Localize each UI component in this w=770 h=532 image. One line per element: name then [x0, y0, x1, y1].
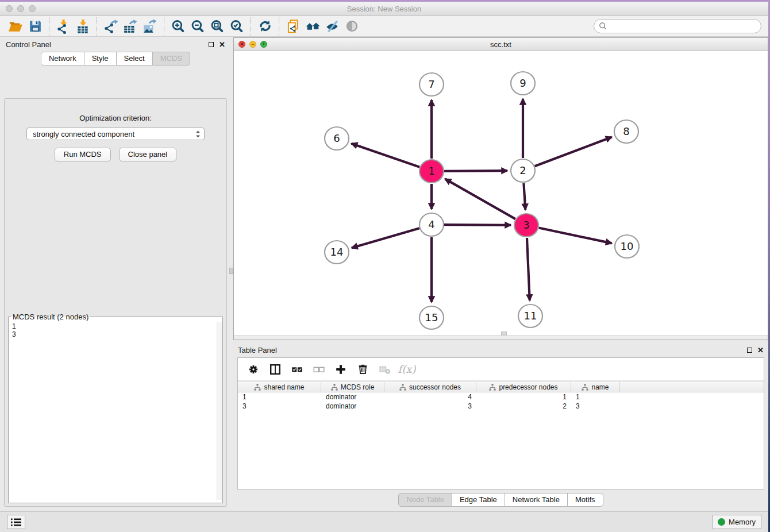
node-1[interactable]: 1	[419, 160, 444, 183]
column-header-name[interactable]: name	[571, 382, 620, 392]
node-15[interactable]: 15	[419, 306, 444, 329]
criterion-select[interactable]: strongly connected component	[26, 128, 205, 140]
network-window-grip[interactable]	[501, 331, 507, 336]
cell-shared-name[interactable]: 1	[238, 393, 321, 401]
edge-4-14[interactable]	[352, 228, 419, 248]
tab-style[interactable]: Style	[84, 52, 117, 65]
close-panel-button[interactable]: Close panel	[119, 148, 177, 161]
cell-successor-nodes[interactable]: 4	[384, 393, 476, 401]
clone-network-icon[interactable]	[283, 18, 303, 35]
import-table-icon[interactable]	[73, 18, 93, 35]
network-graph[interactable]: 7968124314101511	[234, 51, 768, 336]
node-7[interactable]: 7	[419, 73, 444, 96]
bird-eye-view-icon[interactable]	[342, 18, 361, 35]
edge-2-3[interactable]	[523, 183, 525, 210]
table-row[interactable]: 1dominator411	[238, 392, 764, 402]
node-9[interactable]: 9	[511, 72, 535, 95]
tab-network-table[interactable]: Network Table	[505, 493, 568, 507]
tab-network[interactable]: Network	[41, 52, 84, 65]
cell-MCDS-role[interactable]: dominator	[321, 393, 384, 401]
search-box[interactable]	[594, 19, 761, 33]
zoom-selected-icon[interactable]	[227, 18, 247, 35]
select-all-columns-icon[interactable]	[287, 360, 307, 379]
edge-3-1[interactable]	[445, 179, 515, 219]
control-panel-title: Control Panel	[6, 40, 51, 49]
panel-divider-grip[interactable]	[229, 268, 233, 274]
close-window-button[interactable]	[6, 5, 13, 12]
mcds-result-text[interactable]: 1 3	[9, 321, 217, 500]
network-window-title: scc.txt	[234, 40, 768, 49]
add-column-icon[interactable]	[331, 360, 351, 379]
column-header-successor-nodes[interactable]: successor nodes	[384, 382, 476, 392]
tab-edge-table[interactable]: Edge Table	[452, 493, 505, 507]
node-14[interactable]: 14	[325, 241, 349, 264]
delete-column-icon[interactable]	[353, 360, 372, 379]
zoom-out-icon[interactable]	[188, 18, 207, 35]
cell-MCDS-role[interactable]: dominator	[321, 402, 384, 410]
cell-name[interactable]: 3	[571, 402, 620, 410]
edge-1-2[interactable]	[444, 171, 507, 171]
network-window-sash[interactable]	[234, 335, 768, 340]
close-panel-icon[interactable]: ✕	[219, 41, 225, 48]
task-history-button[interactable]	[7, 515, 25, 529]
column-header-shared-name[interactable]: shared name	[238, 382, 321, 392]
cell-name[interactable]: 1	[571, 393, 620, 401]
cell-shared-name[interactable]: 3	[238, 402, 321, 410]
node-2[interactable]: 2	[511, 159, 535, 182]
tab-node-table[interactable]: Node Table	[398, 493, 452, 507]
open-session-icon[interactable]	[6, 18, 25, 35]
edge-2-8[interactable]	[535, 137, 612, 167]
float-panel-icon[interactable]	[209, 42, 214, 47]
tab-select[interactable]: Select	[117, 52, 153, 65]
tab-mcds[interactable]: MCDS	[153, 52, 190, 65]
network-window-titlebar[interactable]: ✕ − + scc.txt	[234, 38, 768, 51]
apply-layout-icon[interactable]	[255, 18, 275, 35]
home-icon[interactable]	[303, 18, 322, 35]
zoom-fit-icon[interactable]	[207, 18, 227, 35]
export-image-icon[interactable]	[140, 18, 160, 35]
mcds-result-scrollbar[interactable]	[217, 322, 222, 500]
network-close-button[interactable]: ✕	[238, 41, 245, 48]
node-6[interactable]: 6	[325, 127, 349, 150]
network-minimize-button[interactable]: −	[249, 41, 256, 48]
cell-successor-nodes[interactable]: 3	[384, 402, 476, 410]
edge-3-11[interactable]	[527, 238, 530, 300]
edge-1-6[interactable]	[352, 144, 420, 167]
edge-4-3[interactable]	[444, 225, 511, 225]
hide-graphics-details-icon[interactable]	[322, 18, 342, 35]
column-header-predecessor-nodes[interactable]: predecessor nodes	[476, 382, 571, 392]
split-panel-icon[interactable]	[265, 360, 285, 379]
node-label: 10	[621, 240, 634, 252]
toolbar-separator	[97, 17, 97, 36]
function-builder-icon[interactable]: f(x)	[396, 360, 416, 379]
node-4[interactable]: 4	[419, 213, 444, 236]
node-10[interactable]: 10	[615, 235, 639, 258]
search-input[interactable]	[610, 21, 761, 32]
node-11[interactable]: 11	[518, 304, 542, 327]
delete-table-icon[interactable]	[375, 360, 394, 379]
table-settings-icon[interactable]	[244, 360, 263, 379]
import-network-icon[interactable]	[53, 18, 73, 35]
zoom-in-icon[interactable]	[168, 18, 188, 35]
network-canvas[interactable]: 7968124314101511	[234, 51, 768, 335]
network-maximize-button[interactable]: +	[260, 41, 267, 48]
node-8[interactable]: 8	[614, 120, 638, 143]
run-mcds-button[interactable]: Run MCDS	[55, 148, 111, 161]
node-table: shared nameMCDS rolesuccessor nodesprede…	[238, 381, 764, 489]
tab-motifs[interactable]: Motifs	[568, 493, 603, 507]
cell-predecessor-nodes[interactable]: 1	[476, 393, 571, 401]
table-row[interactable]: 3dominator323	[238, 402, 764, 411]
close-table-panel-icon[interactable]: ✕	[757, 346, 764, 354]
node-3[interactable]: 3	[514, 214, 538, 237]
memory-button[interactable]: Memory	[712, 515, 761, 529]
export-network-icon[interactable]	[101, 18, 121, 35]
float-table-panel-icon[interactable]	[747, 348, 752, 353]
zoom-window-button[interactable]	[29, 5, 36, 12]
export-table-icon[interactable]	[121, 18, 140, 35]
minimize-window-button[interactable]	[17, 5, 24, 12]
column-header-MCDS-role[interactable]: MCDS role	[321, 382, 384, 392]
cell-predecessor-nodes[interactable]: 2	[476, 402, 571, 410]
deselect-all-columns-icon[interactable]	[309, 360, 329, 379]
edge-3-10[interactable]	[539, 228, 612, 244]
save-session-icon[interactable]	[25, 18, 45, 35]
